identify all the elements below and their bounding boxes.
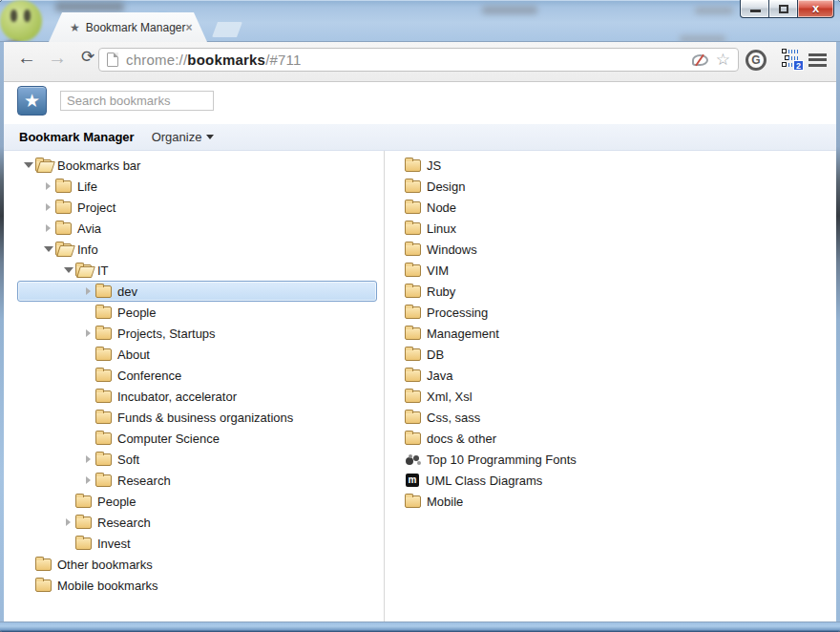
minimize-button[interactable] xyxy=(740,0,769,18)
list-item-label: Ruby xyxy=(427,284,455,299)
browser-tab[interactable]: ★ Bookmark Manager × xyxy=(49,12,207,42)
list-item-ruby[interactable]: Ruby xyxy=(404,281,836,302)
folder-icon xyxy=(405,264,421,277)
folder-icon xyxy=(95,390,112,403)
list-item-windows[interactable]: Windows xyxy=(404,239,836,260)
tree-item-computer-science[interactable]: Computer Science xyxy=(17,428,377,449)
list-item-mobile[interactable]: Mobile xyxy=(404,491,836,512)
folder-icon xyxy=(75,516,92,529)
list-item-processing[interactable]: Processing xyxy=(404,302,836,323)
page-title: Bookmark Manager xyxy=(19,130,135,144)
list-item-design[interactable]: Design xyxy=(404,176,836,197)
list-item-xml-xsl[interactable]: Xml, Xsl xyxy=(404,386,836,407)
tree-item-avia[interactable]: Avia xyxy=(17,218,377,239)
tree-item-projects-startups[interactable]: Projects, Startups xyxy=(17,323,377,344)
list-item-vim[interactable]: VIM xyxy=(404,260,836,281)
expand-arrow-icon[interactable] xyxy=(64,517,74,527)
tree-item-dev[interactable]: dev xyxy=(17,281,377,302)
list-item-db[interactable]: DB xyxy=(404,344,836,365)
forward-button[interactable]: → xyxy=(44,45,71,72)
expand-arrow-icon[interactable] xyxy=(84,454,94,464)
list-item-node[interactable]: Node xyxy=(404,197,836,218)
list-item-label: Management xyxy=(427,327,499,341)
tree-item-about[interactable]: About xyxy=(17,344,377,365)
tree-item-mobile-bookmarks[interactable]: Mobile bookmarks xyxy=(17,575,377,596)
tab-favicon-star-icon: ★ xyxy=(70,22,80,33)
tab-close-icon[interactable]: × xyxy=(185,22,192,33)
tree-item-label: Soft xyxy=(117,453,139,467)
tree-item-life[interactable]: Life xyxy=(17,176,377,197)
back-button[interactable]: ← xyxy=(13,45,40,72)
bookmark-star-icon[interactable]: ☆ xyxy=(716,52,730,68)
list-item-label: UML Class Diagrams xyxy=(426,474,542,488)
folder-icon xyxy=(95,411,112,424)
tree-item-it[interactable]: IT xyxy=(17,260,377,281)
expand-arrow-icon[interactable] xyxy=(44,223,53,233)
folder-icon xyxy=(405,243,421,256)
tree-item-bookmarks-bar[interactable]: Bookmarks bar xyxy=(17,155,377,176)
translate-disabled-icon[interactable] xyxy=(692,54,708,66)
chrome-menu-icon[interactable] xyxy=(808,53,827,67)
list-item-label: Mobile xyxy=(427,495,463,509)
list-item-top-10-programming-fonts[interactable]: Top 10 Programming Fonts xyxy=(404,449,836,470)
folder-icon xyxy=(95,453,112,466)
list-item-management[interactable]: Management xyxy=(404,323,836,344)
expand-arrow-icon[interactable] xyxy=(84,475,94,485)
tree-item-funds-business-organizations[interactable]: Funds & business organizations xyxy=(17,407,377,428)
arrow-spacer xyxy=(84,391,94,401)
arrow-spacer xyxy=(84,412,94,422)
expand-arrow-icon[interactable] xyxy=(44,244,53,254)
expand-arrow-icon[interactable] xyxy=(44,181,53,191)
address-bar[interactable]: chrome://bookmarks/#711 ☆ xyxy=(98,48,739,72)
reload-button[interactable]: ⟳ xyxy=(74,45,101,72)
folder-icon xyxy=(95,432,112,445)
tree-item-label: Projects, Startups xyxy=(117,327,216,341)
folder-icon xyxy=(405,327,421,340)
expand-arrow-icon[interactable] xyxy=(44,202,53,212)
expand-arrow-icon[interactable] xyxy=(84,328,94,338)
tree-item-label: Bookmarks bar xyxy=(57,158,140,173)
tree-item-conference[interactable]: Conference xyxy=(17,365,377,386)
tree-item-incubator-accelerator[interactable]: Incubator, accelerator xyxy=(17,386,377,407)
chevron-down-icon xyxy=(206,135,214,139)
list-item-uml-class-diagrams[interactable]: mUML Class Diagrams xyxy=(404,470,836,491)
list-item-linux[interactable]: Linux xyxy=(404,218,836,239)
arrow-spacer xyxy=(64,496,74,506)
expand-arrow-icon[interactable] xyxy=(64,265,74,275)
desktop-blur-text xyxy=(55,2,124,11)
tree-item-other-bookmarks[interactable]: Other bookmarks xyxy=(17,554,377,575)
list-item-label: Windows xyxy=(427,242,477,257)
folder-icon xyxy=(75,495,92,508)
page-icon[interactable] xyxy=(107,53,118,67)
tree-item-label: Research xyxy=(117,474,171,488)
tree-item-soft[interactable]: Soft xyxy=(17,449,377,470)
tree-item-research[interactable]: Research xyxy=(17,512,377,533)
expand-arrow-icon[interactable] xyxy=(24,160,33,170)
tree-item-label: IT xyxy=(97,263,109,278)
tree-item-label: Mobile bookmarks xyxy=(57,579,158,593)
folder-icon xyxy=(55,243,72,256)
tree-item-people[interactable]: People xyxy=(17,302,377,323)
browser-window: x ★ Bookmark Manager × ← → ⟳ chrome://bo… xyxy=(0,0,840,632)
list-item-css-sass[interactable]: Css, sass xyxy=(404,407,836,428)
folder-icon xyxy=(405,369,421,382)
tree-item-research[interactable]: Research xyxy=(17,470,377,491)
close-button[interactable]: x xyxy=(798,0,834,18)
tree-item-people[interactable]: People xyxy=(17,491,377,512)
list-item-java[interactable]: Java xyxy=(404,365,836,386)
search-input[interactable] xyxy=(60,91,214,111)
list-item-label: Top 10 Programming Fonts xyxy=(427,453,577,467)
list-item-docs-other[interactable]: docs & other xyxy=(404,428,836,449)
tree-item-info[interactable]: Info xyxy=(17,239,377,260)
tree-item-project[interactable]: Project xyxy=(17,197,377,218)
organize-menu-button[interactable]: Organize xyxy=(152,130,215,144)
extension-sitemap-icon[interactable]: 2 xyxy=(782,49,801,68)
maximize-button[interactable] xyxy=(769,0,798,18)
expand-arrow-icon[interactable] xyxy=(84,286,94,296)
folder-icon xyxy=(405,432,421,445)
tree-item-label: Info xyxy=(77,242,98,257)
list-item-js[interactable]: JS xyxy=(404,155,836,176)
extension-g-icon[interactable]: G xyxy=(746,50,766,71)
tree-item-invest[interactable]: Invest xyxy=(17,533,377,554)
manager-header-band: Bookmark Manager Organize xyxy=(4,124,836,151)
